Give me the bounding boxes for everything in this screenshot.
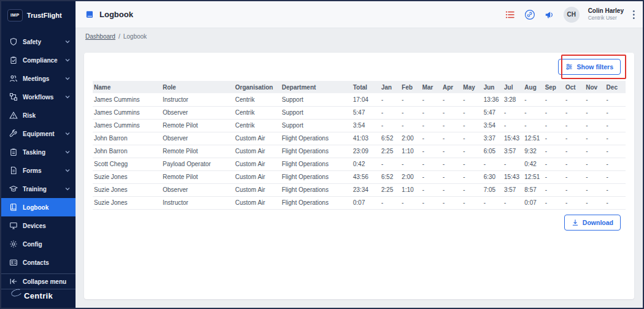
- collapse-icon: [9, 277, 18, 286]
- table-cell: -: [421, 106, 441, 119]
- devices-icon: [9, 221, 18, 230]
- show-filters-button[interactable]: Show filters: [558, 59, 621, 75]
- table-cell: -: [564, 145, 584, 158]
- sidebar-item-tasking[interactable]: Tasking: [1, 143, 76, 161]
- sidebar-item-logbook[interactable]: Logbook: [1, 198, 76, 216]
- breadcrumb-dashboard[interactable]: Dashboard: [85, 33, 115, 40]
- sidebar-item-label: Forms: [23, 167, 60, 174]
- sidebar-item-label: Tasking: [23, 149, 60, 156]
- table-cell: Custom Air: [234, 158, 281, 170]
- table-cell: -: [503, 196, 523, 209]
- table-cell: -: [462, 158, 482, 170]
- sidebar-item-safety[interactable]: Safety: [1, 32, 76, 51]
- sidebar-item-meetings[interactable]: Meetings: [1, 69, 76, 88]
- sidebar-item-devices[interactable]: Devices: [1, 216, 76, 235]
- table-cell: -: [380, 158, 400, 170]
- download-label: Download: [583, 219, 613, 226]
- table-cell: -: [380, 93, 400, 106]
- sidebar-item-label: Safety: [23, 39, 60, 45]
- sidebar-item-label: Training: [23, 186, 60, 193]
- main-area: Logbook CH Colin Harley Centrik User: [76, 1, 643, 308]
- top-actions: CH Colin Harley Centrik User: [505, 7, 635, 23]
- config-icon: [9, 240, 18, 248]
- table-cell: Centrik: [234, 93, 281, 106]
- table-cell: -: [523, 93, 543, 106]
- table-cell: -: [584, 145, 605, 158]
- download-icon: [572, 219, 579, 226]
- contacts-icon: [9, 258, 18, 267]
- filter-icon: [565, 63, 573, 71]
- table-cell: -: [584, 132, 605, 145]
- table-cell: 0:42: [352, 158, 380, 170]
- sidebar-item-compliance[interactable]: Compliance: [1, 51, 76, 69]
- table-cell: Centrik: [234, 106, 281, 119]
- table-cell: 3:54: [352, 119, 380, 132]
- table-body: James CumminsInstructorCentrikSupport17:…: [93, 93, 626, 209]
- column-header: Name: [93, 81, 161, 93]
- table-cell: -: [544, 196, 564, 209]
- table-cell: -: [544, 158, 564, 170]
- table-cell: -: [462, 132, 482, 145]
- table-cell: 5:47: [352, 106, 380, 119]
- brand: IMP TrustFlight: [1, 1, 76, 29]
- kebab-menu-icon[interactable]: [632, 10, 635, 20]
- table-cell: Remote Pilot: [161, 119, 234, 132]
- sidebar-item-contacts[interactable]: Contacts: [1, 253, 76, 272]
- user-role: Centrik User: [588, 15, 624, 21]
- table-cell: Centrik: [234, 119, 281, 132]
- sidebar: IMP TrustFlight SafetyComplianceMeetings…: [1, 1, 76, 308]
- table-cell: Custom Air: [234, 145, 281, 158]
- sidebar-item-config[interactable]: Config: [1, 235, 76, 253]
- chevron-down-icon: [64, 75, 71, 82]
- sidebar-item-training[interactable]: Training: [1, 180, 76, 198]
- table-cell: -: [564, 183, 584, 196]
- table-cell: -: [380, 196, 400, 209]
- table-cell: Observer: [161, 132, 234, 145]
- column-header: Role: [161, 81, 234, 93]
- sidebar-item-workflows[interactable]: Workflows: [1, 88, 76, 106]
- avatar[interactable]: CH: [564, 7, 580, 23]
- report-icon[interactable]: [505, 9, 516, 20]
- table-row: John BarronObserverCustom AirFlight Oper…: [93, 132, 626, 145]
- sidebar-item-equipment[interactable]: Equipment: [1, 124, 76, 143]
- sidebar-item-risk[interactable]: Risk: [1, 106, 76, 124]
- table-cell: -: [564, 196, 584, 209]
- table-cell: -: [584, 183, 605, 196]
- sidebar-nav: SafetyComplianceMeetingsWorkflowsRiskEqu…: [1, 29, 76, 289]
- table-cell: Suzie Jones: [93, 196, 161, 209]
- table-cell: -: [400, 106, 421, 119]
- risk-icon: [9, 111, 18, 120]
- logbook-table: NameRoleOrganisationDepartmentTotalJanFe…: [93, 81, 626, 210]
- chevron-down-icon: [64, 131, 71, 137]
- table-cell: -: [605, 196, 626, 209]
- link-icon[interactable]: [524, 9, 535, 20]
- table-cell: Flight Operations: [281, 158, 352, 170]
- table-cell: -: [380, 119, 400, 132]
- compliance-icon: [9, 56, 18, 64]
- table-cell: Support: [281, 106, 352, 119]
- announcement-icon[interactable]: [544, 9, 555, 20]
- sidebar-item-label: Meetings: [23, 75, 60, 82]
- table-cell: 6:52: [380, 132, 400, 145]
- download-button[interactable]: Download: [564, 215, 621, 231]
- table-cell: -: [544, 132, 564, 145]
- column-header: Jul: [503, 81, 523, 93]
- top-bar: Logbook CH Colin Harley Centrik User: [76, 1, 643, 28]
- sidebar-item-collapse-menu[interactable]: Collapse menu: [1, 273, 76, 289]
- table-cell: 13:36: [483, 93, 503, 106]
- training-icon: [9, 185, 18, 193]
- column-header: Oct: [564, 81, 584, 93]
- table-cell: Flight Operations: [281, 196, 352, 209]
- table-cell: -: [605, 145, 626, 158]
- sidebar-item-forms[interactable]: Forms: [1, 161, 76, 180]
- sidebar-item-label: Risk: [23, 112, 71, 119]
- title-group: Logbook: [85, 10, 133, 19]
- table-cell: -: [503, 106, 523, 119]
- table-cell: 12:51: [523, 132, 543, 145]
- table-cell: -: [421, 132, 441, 145]
- table-row: John BarronRemote PilotCustom AirFlight …: [93, 145, 626, 158]
- table-cell: Custom Air: [234, 170, 281, 183]
- chevron-down-icon: [64, 94, 71, 100]
- table-cell: Suzie Jones: [93, 170, 161, 183]
- table-cell: Payload Operator: [161, 158, 234, 170]
